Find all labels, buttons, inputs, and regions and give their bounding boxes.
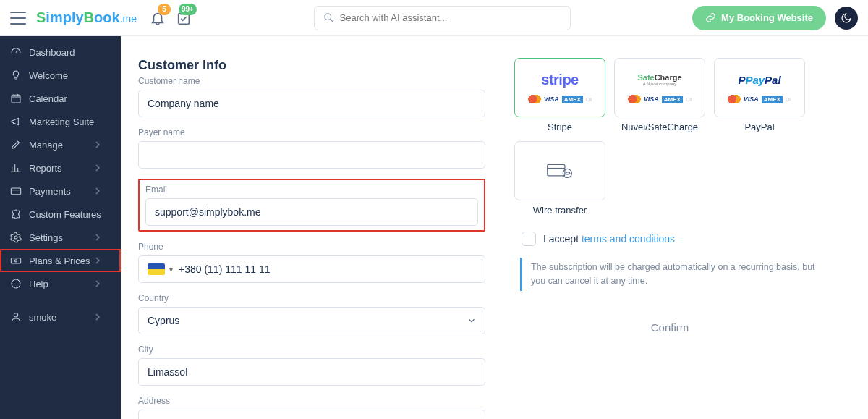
- bell-icon[interactable]: 5: [150, 10, 166, 26]
- payment-option-label: PayPal: [744, 122, 774, 132]
- sidebar-item-custom-features[interactable]: Custom Features: [0, 203, 121, 226]
- puzzle-icon: [10, 208, 22, 220]
- payment-option-label: Wire transfer: [533, 205, 587, 216]
- sidebar-item-label: smoke: [29, 312, 56, 323]
- search-icon: [323, 12, 334, 23]
- sidebar-item-marketing[interactable]: Marketing Suite: [0, 110, 121, 133]
- payer-name-input[interactable]: [138, 141, 485, 169]
- sidebar-item-payments[interactable]: Payments: [0, 179, 121, 203]
- link-icon: [705, 12, 716, 23]
- email-label: Email: [145, 185, 478, 195]
- confirm-button[interactable]: Confirm: [514, 311, 825, 344]
- bell-badge: 5: [158, 4, 171, 15]
- card-brand-icons: VISAAMEXOI: [728, 95, 792, 103]
- sidebar-item-label: Dashboard: [29, 47, 75, 58]
- app-logo: SimplyBook.me: [36, 9, 137, 26]
- sidebar-item-label: Settings: [29, 232, 63, 243]
- theme-toggle-button[interactable]: [835, 7, 858, 30]
- flag-dropdown-icon[interactable]: ▾: [169, 266, 173, 274]
- paypal-logo: PPayPal: [738, 74, 780, 86]
- address-label: Address: [138, 396, 485, 406]
- email-input[interactable]: [145, 198, 478, 226]
- sidebar-item-label: Payments: [29, 186, 71, 197]
- svg-point-7: [14, 313, 17, 317]
- customer-name-input[interactable]: [138, 90, 485, 117]
- payment-option-label: Stripe: [548, 122, 572, 132]
- phone-input-wrap[interactable]: ▾ +380 (11) 111 11 11: [138, 255, 485, 283]
- section-title: Customer info: [138, 58, 485, 73]
- payment-option-paypal[interactable]: PPayPal VISAAMEXOI: [714, 58, 805, 117]
- customer-name-label: Customer name: [138, 76, 485, 86]
- chevron-right-icon: [92, 278, 103, 289]
- sidebar-item-label: Welcome: [29, 70, 68, 81]
- svg-point-6: [14, 260, 17, 262]
- city-input[interactable]: [138, 358, 485, 386]
- svg-point-4: [14, 236, 17, 239]
- sidebar-item-label: Marketing Suite: [29, 117, 94, 127]
- tasks-badge: 99+: [179, 4, 197, 15]
- svg-rect-5: [11, 258, 20, 263]
- search-box[interactable]: [314, 6, 571, 30]
- accept-terms-checkbox[interactable]: [522, 232, 536, 246]
- card-brand-icons: VISAAMEXOI: [628, 95, 692, 103]
- tasks-icon[interactable]: 99+: [176, 10, 192, 26]
- payment-option-label: Nuvei/SafeCharge: [621, 122, 698, 132]
- wire-transfer-icon: [546, 161, 574, 180]
- country-label: Country: [138, 293, 485, 303]
- my-booking-website-button[interactable]: My Booking Website: [692, 6, 826, 30]
- search-input[interactable]: [340, 12, 561, 23]
- payment-option-stripe[interactable]: stripe VISAAMEXOI: [514, 58, 605, 117]
- sidebar-item-label: Plans & Prices: [29, 255, 90, 266]
- chevron-right-icon: [92, 255, 103, 266]
- card-icon: [10, 185, 22, 197]
- flag-ukraine-icon: [148, 263, 165, 275]
- help-icon: [10, 278, 22, 289]
- city-label: City: [138, 344, 485, 355]
- sidebar-item-settings[interactable]: Settings: [0, 226, 121, 249]
- money-icon: [10, 255, 22, 266]
- stripe-logo: stripe: [541, 72, 578, 88]
- sidebar-item-label: Custom Features: [29, 209, 101, 220]
- gear-icon: [10, 232, 22, 243]
- hamburger-menu[interactable]: [10, 12, 26, 25]
- chevron-right-icon: [92, 185, 103, 197]
- email-highlight-box: Email: [138, 179, 485, 232]
- sidebar-item-help[interactable]: Help: [0, 272, 121, 295]
- svg-point-1: [324, 14, 331, 20]
- sidebar-item-plans-prices[interactable]: Plans & Prices: [0, 249, 121, 272]
- terms-link[interactable]: terms and conditions: [582, 233, 675, 245]
- bulb-icon: [10, 69, 22, 81]
- megaphone-icon: [10, 116, 22, 127]
- phone-value: +380 (11) 111 11 11: [179, 263, 271, 275]
- address-input[interactable]: [138, 410, 485, 419]
- svg-rect-3: [11, 188, 20, 195]
- pencil-icon: [10, 139, 22, 151]
- sidebar-item-label: Help: [29, 279, 48, 289]
- sidebar-item-label: Manage: [29, 140, 63, 151]
- chevron-right-icon: [92, 311, 103, 323]
- sidebar-item-calendar[interactable]: Calendar: [0, 87, 121, 110]
- card-brand-icons: VISAAMEXOI: [528, 95, 592, 103]
- subscription-note: The subscription will be charged automat…: [520, 258, 825, 291]
- chevron-right-icon: [92, 162, 103, 174]
- sidebar-item-user[interactable]: smoke: [0, 305, 121, 329]
- calendar-icon: [10, 93, 22, 104]
- safecharge-logo: SafeCharge: [637, 73, 681, 82]
- phone-label: Phone: [138, 242, 485, 252]
- user-icon: [10, 311, 22, 323]
- sidebar-item-welcome[interactable]: Welcome: [0, 64, 121, 87]
- chart-icon: [10, 162, 22, 174]
- moon-icon: [841, 12, 852, 24]
- sidebar-item-manage[interactable]: Manage: [0, 133, 121, 156]
- odometer-icon: [10, 46, 22, 58]
- payment-option-safecharge[interactable]: SafeCharge A Nuvei company VISAAMEXOI: [614, 58, 705, 117]
- sidebar-item-reports[interactable]: Reports: [0, 156, 121, 179]
- my-booking-label: My Booking Website: [721, 12, 813, 23]
- sidebar-item-dashboard[interactable]: Dashboard: [0, 41, 121, 64]
- svg-rect-2: [12, 95, 20, 103]
- sidebar-item-label: Calendar: [29, 93, 67, 104]
- country-select[interactable]: [138, 307, 485, 334]
- payment-option-wire[interactable]: [514, 141, 605, 200]
- chevron-right-icon: [92, 232, 103, 243]
- accept-terms-text: I accept terms and conditions: [543, 233, 675, 245]
